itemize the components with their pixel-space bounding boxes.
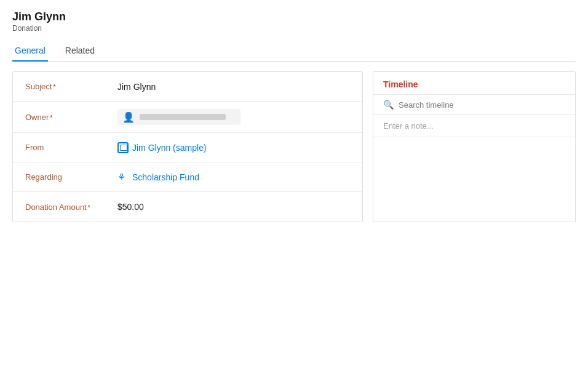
field-row-subject: Subject* Jim Glynn	[13, 72, 362, 102]
required-indicator-owner: *	[50, 114, 52, 121]
field-row-regarding: Regarding ⚘ Scholarship Fund	[13, 162, 362, 192]
value-donation-amount[interactable]: $50.00	[117, 202, 350, 212]
field-row-donation-amount: Donation Amount* $50.00	[13, 192, 362, 222]
tab-general[interactable]: General	[12, 41, 48, 62]
person-icon: 👤	[122, 111, 135, 123]
timeline-search-bar[interactable]: 🔍	[373, 95, 575, 115]
value-owner[interactable]: 👤	[117, 109, 350, 125]
label-owner: Owner*	[25, 113, 117, 122]
value-from[interactable]: Jim Glynn (sample)	[117, 142, 350, 153]
timeline-header: Timeline	[373, 72, 575, 95]
regarding-text: Scholarship Fund	[132, 172, 199, 182]
timeline-panel: Timeline 🔍 Enter a note...	[373, 71, 576, 222]
record-title: Jim Glynn	[12, 10, 576, 24]
content-area: Subject* Jim Glynn Owner* 👤 From	[12, 71, 576, 222]
fund-icon: ⚘	[117, 172, 129, 183]
label-from: From	[25, 143, 117, 152]
tabs-bar: General Related	[12, 40, 576, 62]
form-panel: Subject* Jim Glynn Owner* 👤 From	[12, 71, 363, 222]
required-indicator-donation: *	[88, 204, 90, 211]
search-icon: 🔍	[383, 100, 394, 110]
label-regarding: Regarding	[25, 172, 117, 182]
timeline-search-input[interactable]	[399, 100, 565, 110]
value-subject[interactable]: Jim Glynn	[117, 82, 350, 92]
contact-icon	[117, 142, 129, 153]
page-container: Jim Glynn Donation General Related Subje…	[0, 0, 588, 232]
field-row-from: From Jim Glynn (sample)	[13, 133, 362, 162]
value-regarding[interactable]: ⚘ Scholarship Fund	[117, 172, 350, 183]
from-text: Jim Glynn (sample)	[132, 143, 207, 153]
label-subject: Subject*	[25, 82, 117, 91]
owner-bar	[140, 114, 226, 120]
required-indicator-subject: *	[53, 84, 55, 90]
owner-input[interactable]: 👤	[117, 109, 240, 125]
tab-related[interactable]: Related	[63, 41, 97, 62]
record-subtitle: Donation	[12, 24, 576, 33]
field-row-owner: Owner* 👤	[13, 102, 362, 133]
timeline-note-input[interactable]: Enter a note...	[373, 115, 575, 137]
label-donation-amount: Donation Amount*	[25, 203, 117, 212]
